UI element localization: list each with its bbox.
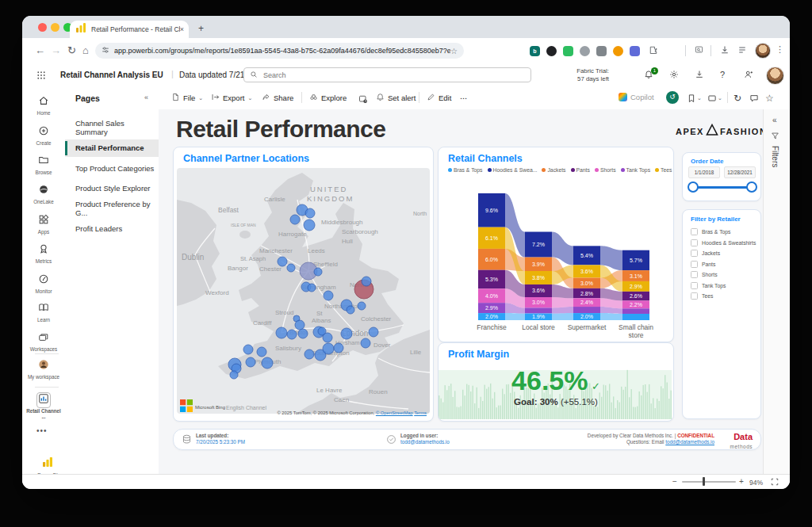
map-bubble[interactable] [290,215,300,224]
retailer-option-bras-tops[interactable]: Bras & Tops [691,227,760,236]
retailer-option-tank-tops[interactable]: Tank Tops [691,281,760,290]
fit-to-page-icon[interactable] [771,478,779,487]
map-bubble[interactable] [323,333,332,342]
pages-collapse-icon[interactable]: « [144,94,148,101]
back-icon[interactable]: ← [35,44,45,56]
map-bubble[interactable] [369,327,378,337]
page-item-retail-performance[interactable]: Retail Performance [65,139,159,157]
feedback-icon[interactable] [744,70,753,79]
checkbox-icon[interactable] [691,250,698,257]
reload-icon[interactable]: ↻ [67,44,76,56]
map-bubble[interactable] [295,320,304,330]
pbi-profile-avatar[interactable] [766,67,784,85]
comments-icon[interactable] [749,94,759,103]
indigo-extension-icon[interactable] [630,46,640,56]
ribbon-flow[interactable] [552,297,573,307]
refresh-icon[interactable]: ↻ [733,93,741,104]
map-bubble[interactable] [323,343,334,354]
sidebar-item-workspaces[interactable]: Workspaces [26,331,61,352]
sidebar-item-monitor[interactable]: Monitor [26,273,61,294]
legend-item[interactable]: Tees [655,167,672,173]
ribbon-flow[interactable] [600,313,622,320]
ribbon-segment[interactable] [525,307,552,313]
logged-in-user[interactable]: todd@datamethods.io [400,439,450,445]
sidebar-search-icon[interactable] [695,45,703,55]
map-bubble[interactable] [324,291,333,300]
filters-pane-collapsed[interactable]: « Filters [763,109,790,474]
bookmark-star-icon[interactable]: ☆ [450,47,458,55]
page-item-channel-sales-summary[interactable]: Channel Sales Summary [65,119,159,136]
uk-bubble-map[interactable]: UNITEDKINGDOMCarlisleBelfastISLE OF MANM… [177,168,430,414]
new-tab-button[interactable]: + [198,23,204,34]
rail-more-button[interactable]: ••• [36,426,48,435]
evernote-extension-icon[interactable] [563,46,573,56]
tab-list-icon[interactable] [737,45,747,57]
zoom-out-icon[interactable]: − [672,477,677,486]
favorite-star-icon[interactable]: ☆ [765,93,774,104]
retailer-option-jackets[interactable]: Jackets [691,249,760,258]
export-menu[interactable]: Export⌄ [211,93,252,103]
zoom-in-icon[interactable]: + [739,477,744,486]
legend-item[interactable]: Hoodies & Swea... [488,167,538,173]
share-button[interactable]: Share [262,93,293,103]
map-bubble[interactable] [358,302,366,310]
checkbox-icon[interactable] [691,261,698,268]
waffle-icon[interactable] [36,71,46,82]
zoom-slider-handle[interactable] [703,477,705,486]
retailer-option-tees[interactable]: Tees [691,292,760,300]
osm-link[interactable]: © OpenStreetMap [376,411,413,415]
powerbi-extension-icon[interactable]: b [530,46,540,56]
map-bubble[interactable] [308,284,316,292]
date-slider-track[interactable] [694,186,749,189]
browser-profile-avatar[interactable] [755,43,771,59]
tab-close-icon[interactable]: × [180,25,184,33]
page-item-product-style-explorer[interactable]: Product Style Explorer [65,180,159,197]
map-bubble[interactable] [341,328,352,339]
map-bubble[interactable] [304,349,314,359]
sidebar-item-metrics[interactable]: Metrics [26,243,61,264]
extensions-puzzle-icon[interactable] [649,45,658,57]
sidebar-item-my-workspace[interactable]: My workspace [26,359,61,380]
download-app-icon[interactable] [695,70,704,79]
search-input[interactable] [262,71,525,80]
map-bubble[interactable] [314,268,322,276]
map-bubble[interactable] [287,330,297,339]
ribbon-chart[interactable]: 9.6%6.1%6.0%5.3%4.0%2.9%2.0%Franchise7.2… [440,189,672,338]
checkbox-icon[interactable] [691,292,698,300]
address-bar[interactable]: app.powerbi.com/groups/me/reports/1e8591… [95,43,464,59]
map-bubble[interactable] [287,264,295,272]
browser-tab[interactable]: Retail Performance - Retail Ch × [70,21,189,38]
ribbon-flow[interactable] [505,313,525,320]
filter-funnel-icon[interactable] [771,132,779,142]
explore-button[interactable]: Explore [309,93,347,103]
map-bubble[interactable] [276,327,287,338]
traffic-minimize-button[interactable] [51,23,59,32]
checkbox-icon[interactable] [691,228,698,235]
page-item-profit-leaders[interactable]: Profit Leaders [65,220,159,238]
retailer-option-shorts[interactable]: Shorts [691,270,760,279]
map-bubble[interactable] [257,347,266,357]
legend-item[interactable]: Shorts [595,167,616,173]
expand-filters-icon[interactable]: « [772,116,777,124]
edit-button[interactable]: Edit [427,93,451,103]
sidebar-item-home[interactable]: Home [26,95,61,116]
sidebar-item-retail-channel[interactable]: Retail Channel ... [26,393,61,419]
more-options-button[interactable]: ... [460,91,467,101]
view-mode-icon[interactable] [707,94,717,103]
sidebar-item-apps[interactable]: Apps [26,214,61,235]
home-icon[interactable]: ⌂ [82,44,89,56]
sidebar-item-create[interactable]: Create [26,125,61,146]
reset-visual-button[interactable]: ↺ [666,91,679,104]
map-bubble[interactable] [362,277,371,286]
checkbox-icon[interactable] [691,239,698,246]
file-menu[interactable]: File⌄ [171,93,203,103]
questions-email-link[interactable]: todd@datamethods.io [665,439,714,445]
ribbon-segment[interactable] [573,307,600,313]
map-bubble[interactable] [262,357,273,369]
orange-extension-icon[interactable] [613,46,623,56]
page-item-top-product-categories[interactable]: Top Product Categories [65,159,159,177]
terms-link[interactable]: Terms [414,411,427,415]
legend-item[interactable]: Pants [571,167,590,173]
map-bubble[interactable] [334,343,343,353]
site-settings-icon[interactable] [102,46,109,55]
